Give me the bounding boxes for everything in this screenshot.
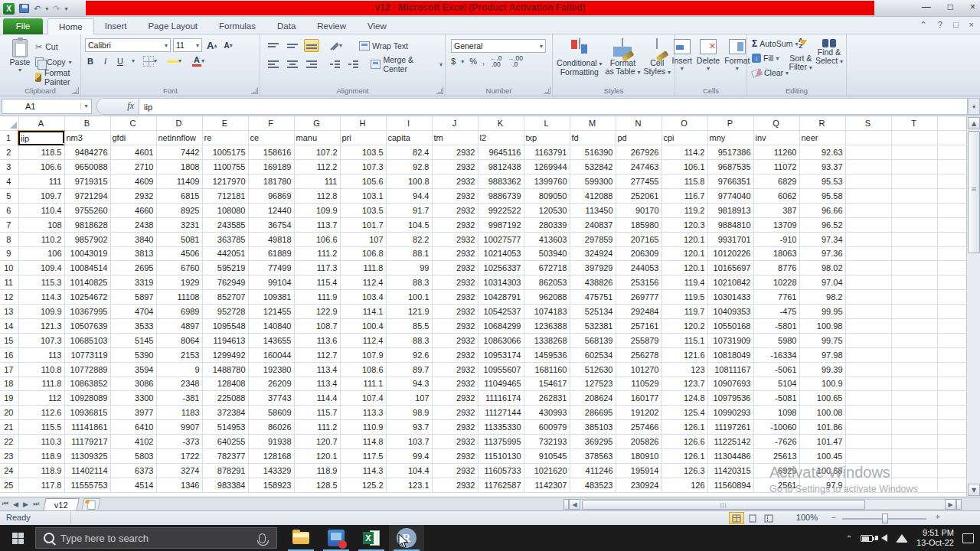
cell-C20[interactable]: 3977: [110, 406, 156, 420]
cell-D23[interactable]: 1722: [156, 448, 202, 463]
cell-R16[interactable]: 97.98: [799, 347, 845, 362]
horizontal-scrollbar[interactable]: ◀ ||| ▶: [564, 498, 962, 510]
cell-T3[interactable]: [891, 160, 937, 174]
cell-N23[interactable]: 180910: [616, 448, 662, 463]
taskbar-r[interactable]: R: [389, 525, 424, 551]
row-header-1[interactable]: 1: [0, 131, 18, 145]
cell-C3[interactable]: 2710: [110, 160, 156, 174]
cell-B4[interactable]: 9719315: [64, 174, 110, 189]
cell-C5[interactable]: 2932: [110, 188, 156, 203]
cell-G6[interactable]: 109.9: [294, 203, 340, 217]
column-header-F[interactable]: F: [248, 116, 294, 131]
cell-J14[interactable]: 2932: [432, 318, 478, 333]
cell-C21[interactable]: 6410: [110, 420, 156, 435]
cell-N4[interactable]: 277455: [616, 174, 662, 189]
cell-L16[interactable]: 1459536: [524, 347, 570, 362]
cell-N15[interactable]: 255879: [616, 333, 662, 347]
cell-A9[interactable]: 106: [18, 246, 64, 261]
cell-I7[interactable]: 104.5: [386, 217, 432, 232]
row-header-17[interactable]: 17: [0, 362, 18, 377]
cell-D24[interactable]: 3274: [156, 463, 202, 478]
cell-A24[interactable]: 118.9: [18, 463, 64, 478]
align-bottom-button[interactable]: [304, 39, 319, 52]
taskbar-clock[interactable]: 9:51 PM 13-Oct-22: [916, 528, 954, 548]
cell-B11[interactable]: 10140825: [64, 276, 110, 290]
row-header-10[interactable]: 10: [0, 261, 18, 276]
cell-J21[interactable]: 2932: [432, 420, 478, 435]
cell-G3[interactable]: 112.2: [294, 160, 340, 174]
cell-B10[interactable]: 10084514: [64, 261, 110, 276]
cell-H14[interactable]: 100.4: [340, 318, 386, 333]
cell-R9[interactable]: 97.36: [799, 246, 845, 261]
cell-F3[interactable]: 169189: [248, 160, 294, 174]
column-header-A[interactable]: A: [18, 116, 64, 131]
cell-K18[interactable]: 11049465: [478, 377, 524, 391]
cell-H9[interactable]: 106.8: [340, 246, 386, 261]
cell-I13[interactable]: 121.9: [386, 305, 432, 319]
cell-D10[interactable]: 6760: [156, 261, 202, 276]
cell-T7[interactable]: [891, 217, 937, 232]
cell-N6[interactable]: 90170: [616, 203, 662, 217]
cell-N25[interactable]: 230924: [616, 478, 662, 492]
tray-chevron-icon[interactable]: ⌃: [846, 534, 852, 543]
cell-A15[interactable]: 107.3: [18, 333, 64, 347]
cell-T9[interactable]: [891, 246, 937, 261]
cell-L24[interactable]: 1021620: [524, 463, 570, 478]
cell-R3[interactable]: 93.37: [799, 160, 845, 174]
start-button[interactable]: [0, 525, 35, 551]
row-header-22[interactable]: 22: [0, 435, 18, 449]
cell-E6[interactable]: 108080: [202, 203, 248, 217]
cell-N3[interactable]: 247463: [616, 160, 662, 174]
cell-S12[interactable]: [845, 290, 891, 305]
cell-R4[interactable]: 95.53: [799, 174, 845, 189]
column-header-C[interactable]: C: [110, 116, 156, 131]
cell-K8[interactable]: 10027577: [478, 232, 524, 246]
cell-E17[interactable]: 1488780: [202, 362, 248, 377]
cell-B24[interactable]: 11402114: [64, 463, 110, 478]
cell-O10[interactable]: 120.1: [662, 261, 707, 276]
cell-U9[interactable]: [937, 246, 966, 261]
cell-F18[interactable]: 26209: [248, 377, 294, 391]
normal-view-button[interactable]: [729, 512, 744, 524]
cell-T1[interactable]: [891, 131, 937, 145]
cell-N1[interactable]: pd: [616, 131, 662, 145]
cell-P2[interactable]: 9517386: [707, 145, 753, 160]
cell-S7[interactable]: [845, 217, 891, 232]
cell-F24[interactable]: 143329: [248, 463, 294, 478]
cell-O17[interactable]: 123: [662, 362, 707, 377]
cell-F23[interactable]: 128168: [248, 448, 294, 463]
row-header-20[interactable]: 20: [0, 406, 18, 420]
cell-H21[interactable]: 110.9: [340, 420, 386, 435]
row-header-7[interactable]: 7: [0, 217, 18, 232]
cell-N8[interactable]: 207165: [616, 232, 662, 246]
cell-B14[interactable]: 10507639: [64, 318, 110, 333]
cell-T8[interactable]: [891, 232, 937, 246]
column-header-T[interactable]: T: [891, 116, 937, 131]
cell-D8[interactable]: 5081: [156, 232, 202, 246]
cell-G10[interactable]: 117.3: [294, 261, 340, 276]
cell-L15[interactable]: 1338268: [524, 333, 570, 347]
align-middle-button[interactable]: [285, 39, 300, 52]
name-box-dropdown-icon[interactable]: ▾: [80, 103, 91, 109]
column-header-M[interactable]: M: [570, 116, 616, 131]
cell-L18[interactable]: 154617: [524, 377, 570, 391]
cell-styles-button[interactable]: CellStyles ▾: [643, 39, 671, 85]
alignment-dialog-launcher-icon[interactable]: [436, 87, 443, 94]
cell-B23[interactable]: 11309325: [64, 448, 110, 463]
cell-G25[interactable]: 128.5: [294, 478, 340, 492]
cell-Q23[interactable]: 25613: [753, 448, 799, 463]
cell-G2[interactable]: 107.2: [294, 145, 340, 160]
qat-customize-icon[interactable]: ▾: [64, 5, 67, 12]
cell-R25[interactable]: 97.9: [799, 478, 845, 492]
delete-cells-button[interactable]: Delete▾: [697, 39, 720, 85]
cell-H5[interactable]: 103.1: [340, 188, 386, 203]
cell-U4[interactable]: [937, 174, 966, 189]
column-header-H[interactable]: H: [340, 116, 386, 131]
cell-T19[interactable]: [891, 391, 937, 406]
cell-U20[interactable]: [937, 406, 966, 420]
cell-I11[interactable]: 88.3: [386, 276, 432, 290]
cell-N12[interactable]: 269777: [616, 290, 662, 305]
cell-N20[interactable]: 191202: [616, 406, 662, 420]
cell-L20[interactable]: 430993: [524, 406, 570, 420]
cell-L12[interactable]: 962088: [524, 290, 570, 305]
